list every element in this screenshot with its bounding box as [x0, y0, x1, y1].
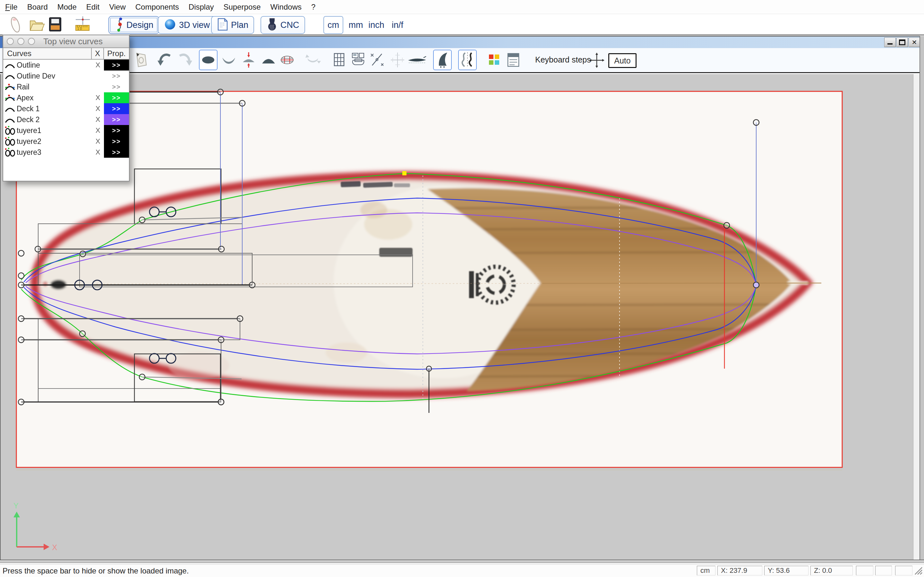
- fin-tool-icon[interactable]: [433, 50, 452, 70]
- flip-tool-icon[interactable]: [304, 51, 321, 69]
- board-profile-icon[interactable]: [407, 51, 424, 69]
- minimize-icon: [887, 40, 893, 45]
- design-mode-label: Design: [126, 20, 153, 30]
- curve-prop-button[interactable]: >>: [104, 92, 129, 103]
- curve-row-rail[interactable]: Rail>>: [3, 81, 129, 92]
- curve-visibility-x[interactable]: X: [92, 105, 104, 113]
- menu-item-components[interactable]: Components: [136, 3, 179, 11]
- undo-icon[interactable]: [157, 51, 174, 69]
- curve-prop-button[interactable]: >>: [104, 125, 129, 136]
- machine-panel-icon[interactable]: [350, 51, 367, 69]
- menu-bar: FileBoardModeEditViewComponentsDisplaySu…: [0, 0, 924, 14]
- curves-table-header: Curves X Prop.: [3, 48, 129, 60]
- crosshair-icon[interactable]: [389, 51, 406, 69]
- curve-label: Outline: [17, 61, 92, 69]
- cnc-mode-button[interactable]: CNC: [260, 16, 305, 34]
- status-empty-cell-3: [895, 566, 913, 575]
- menu-item-superpose[interactable]: Superpose: [224, 3, 261, 11]
- design-mode-button[interactable]: Design: [108, 16, 159, 34]
- auto-button[interactable]: Auto: [608, 53, 636, 68]
- curve-prop-button[interactable]: >>: [104, 103, 129, 114]
- application-window: FileBoardModeEditViewComponentsDisplaySu…: [0, 0, 924, 577]
- curve-visibility-x[interactable]: X: [92, 148, 104, 156]
- curve-visibility-x[interactable]: X: [92, 126, 104, 135]
- move-cross-icon[interactable]: [589, 53, 606, 71]
- menu-item-view[interactable]: View: [109, 3, 126, 11]
- maximize-icon: [899, 39, 905, 45]
- plan-mode-button[interactable]: Plan: [211, 16, 254, 34]
- curve-visibility-x[interactable]: X: [92, 61, 104, 69]
- menu-item-edit[interactable]: Edit: [86, 3, 99, 11]
- curve-label: Deck 2: [17, 115, 92, 124]
- curve-row-outline-dev[interactable]: Outline Dev>>: [3, 71, 129, 81]
- list-panel-icon[interactable]: [504, 51, 522, 69]
- curve-label: tuyere2: [17, 137, 92, 146]
- minimize-button[interactable]: [884, 37, 896, 47]
- dimensions-icon[interactable]: 1 0: [73, 15, 92, 34]
- status-y-coordinate: Y: 53.6: [764, 566, 809, 575]
- curve-row-outline[interactable]: OutlineX>>: [3, 60, 129, 71]
- curve-label: Rail: [17, 83, 92, 91]
- status-z-coordinate: Z: 0.0: [811, 566, 853, 575]
- curve-row-tuyere1[interactable]: tuyere1X>>: [3, 125, 129, 136]
- curves-compare-icon[interactable]: [458, 50, 477, 70]
- curve-prop-button[interactable]: >>: [104, 71, 129, 81]
- curves-panel-titlebar[interactable]: Top view curves: [3, 35, 129, 48]
- curve-row-tuyere2[interactable]: tuyere2X>>: [3, 136, 129, 147]
- menu-item-board[interactable]: Board: [27, 3, 48, 11]
- curve-row-deck-1[interactable]: Deck 1X>>: [3, 103, 129, 114]
- curve-row-tuyere3[interactable]: tuyere3X>>: [3, 147, 129, 158]
- resize-grip[interactable]: [914, 567, 923, 575]
- menu-item-file[interactable]: File: [5, 3, 18, 11]
- rings-icon: [3, 147, 17, 157]
- status-bar: Press the space bar to hide or show the …: [0, 565, 924, 577]
- curve-label: Outline Dev: [17, 72, 92, 81]
- vertical-scrollbar[interactable]: [913, 74, 919, 560]
- curve-row-apex[interactable]: ApexX>>: [3, 92, 129, 103]
- 3dview-mode-button[interactable]: 3D view: [158, 16, 216, 34]
- menu-item-mode[interactable]: Mode: [57, 3, 77, 11]
- curve-icon: [3, 115, 17, 124]
- curve-prop-button[interactable]: >>: [104, 114, 129, 125]
- status-unit: cm: [697, 566, 716, 575]
- maximize-button[interactable]: [897, 37, 908, 47]
- curve-prop-button[interactable]: >>: [104, 81, 129, 92]
- unit-inf[interactable]: in/f: [388, 16, 407, 34]
- rings-icon: [3, 126, 17, 135]
- thickness-tool-icon[interactable]: [240, 51, 257, 69]
- outline-tool-icon[interactable]: [199, 50, 218, 70]
- unit-mm[interactable]: mm: [347, 16, 365, 34]
- curve-prop-button[interactable]: >>: [104, 60, 129, 71]
- menu-item-display[interactable]: Display: [189, 3, 214, 11]
- panel-circle-button-2[interactable]: [17, 38, 24, 45]
- curve-row-deck-2[interactable]: Deck 2X>>: [3, 114, 129, 125]
- curve-icon: [3, 105, 17, 113]
- design-icon: [114, 17, 124, 33]
- curve-icon: [3, 72, 17, 80]
- board-outline-icon[interactable]: [6, 15, 24, 34]
- unit-cm[interactable]: cm: [323, 16, 343, 34]
- panel-circle-button-3[interactable]: [28, 38, 35, 45]
- open-folder-icon[interactable]: [27, 15, 45, 34]
- curve-prop-button[interactable]: >>: [104, 136, 129, 147]
- save-icon[interactable]: [45, 15, 64, 34]
- menu-item-windows[interactable]: Windows: [270, 3, 302, 11]
- measure-icon[interactable]: [368, 51, 386, 69]
- curve-visibility-x[interactable]: X: [92, 115, 104, 124]
- grid-icon[interactable]: [330, 51, 348, 69]
- status-empty-cell-1: [856, 566, 873, 575]
- redo-icon[interactable]: [176, 51, 193, 69]
- curve-visibility-x[interactable]: X: [92, 93, 104, 102]
- slice-tool-icon[interactable]: [278, 51, 296, 69]
- curve-visibility-x[interactable]: X: [92, 137, 104, 145]
- close-button[interactable]: ✕: [909, 37, 920, 47]
- design-canvas[interactable]: [0, 74, 913, 560]
- panel-circle-button-1[interactable]: [7, 38, 14, 45]
- sticker-icon[interactable]: [132, 51, 150, 69]
- deck-tool-icon[interactable]: [260, 51, 277, 69]
- menu-item-help[interactable]: ?: [311, 3, 315, 11]
- rocker-tool-icon[interactable]: [220, 51, 237, 69]
- color-squares-icon[interactable]: [485, 51, 502, 69]
- unit-inch[interactable]: inch: [366, 16, 387, 34]
- curve-prop-button[interactable]: >>: [104, 147, 129, 158]
